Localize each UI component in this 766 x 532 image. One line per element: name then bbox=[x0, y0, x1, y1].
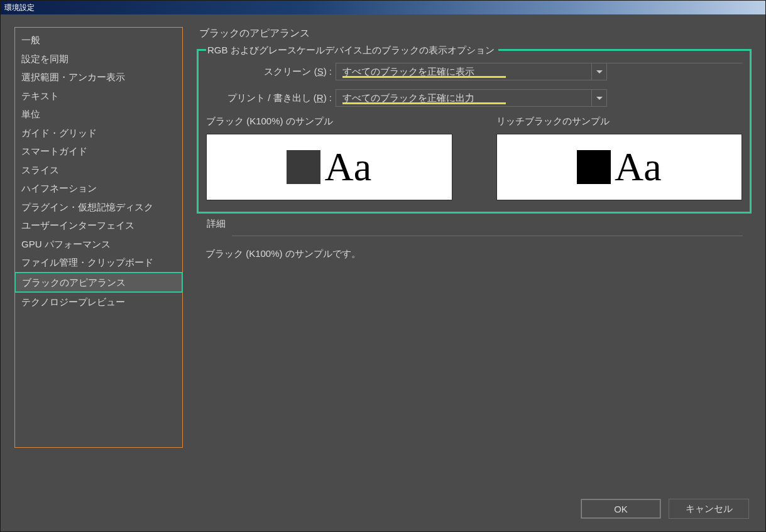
sidebar-item-tech-preview[interactable]: テクノロジープレビュー bbox=[15, 293, 182, 312]
sample-k100-label: ブラック (K100%) のサンプル bbox=[206, 116, 452, 128]
screen-dropdown-button[interactable] bbox=[591, 63, 606, 80]
details-text: ブラック (K100%) のサンプルです。 bbox=[205, 236, 743, 314]
swatch-rich bbox=[577, 150, 611, 184]
page-title: ブラックのアピアランス bbox=[197, 27, 752, 40]
sidebar-item-selection-anchor[interactable]: 選択範囲・アンカー表示 bbox=[15, 68, 182, 87]
sidebar-item-general[interactable]: 一般 bbox=[15, 31, 182, 50]
sidebar-item-ui[interactable]: ユーザーインターフェイス bbox=[15, 216, 182, 235]
: OK キャンセル bbox=[1, 481, 765, 531]
sidebar: 一般 設定を同期 選択範囲・アンカー表示 テキスト 単位 ガイド・グリッド スマ… bbox=[14, 27, 183, 448]
main-panel: ブラックのアピアランス RGB およびグレースケールデバイス上のブラックの表示オ… bbox=[197, 27, 752, 481]
sidebar-item-smart-guides[interactable]: スマートガイド bbox=[15, 142, 182, 161]
sidebar-item-guides-grid[interactable]: ガイド・グリッド bbox=[15, 124, 182, 143]
group-legend-details: 詳細 bbox=[205, 218, 229, 230]
screen-label: スクリーン (S) : bbox=[206, 66, 336, 78]
chevron-down-icon bbox=[596, 70, 603, 73]
sidebar-item-hyphenation[interactable]: ハイフネーション bbox=[15, 179, 182, 198]
sidebar-item-gpu[interactable]: GPU パフォーマンス bbox=[15, 235, 182, 254]
details-group: 詳細 ブラック (K100%) のサンプルです。 bbox=[197, 224, 752, 324]
group-legend-display: RGB およびグレースケールデバイス上のブラックの表示オプション bbox=[206, 45, 498, 57]
sample-k100-preview: Aa bbox=[206, 134, 452, 200]
sample-rich-label: リッチブラックのサンプル bbox=[496, 116, 743, 128]
sample-rich-col: リッチブラックのサンプル Aa bbox=[496, 116, 743, 200]
window-title: 環境設定 bbox=[4, 3, 35, 13]
sample-k100-col: ブラック (K100%) のサンプル Aa bbox=[206, 116, 452, 200]
swatch-k100 bbox=[287, 150, 320, 184]
sidebar-item-slices[interactable]: スライス bbox=[15, 161, 182, 180]
print-row: プリント / 書き出し (R) : すべてのブラックを正確に出力 bbox=[206, 89, 742, 107]
print-label: プリント / 書き出し (R) : bbox=[206, 92, 336, 104]
sidebar-item-file-clipboard[interactable]: ファイル管理・クリップボード bbox=[15, 253, 182, 272]
ok-button[interactable]: OK bbox=[581, 499, 661, 519]
sidebar-item-units[interactable]: 単位 bbox=[15, 105, 182, 124]
print-dropdown-button[interactable] bbox=[591, 90, 606, 106]
sample-rich-preview: Aa bbox=[496, 134, 743, 200]
sidebar-item-text[interactable]: テキスト bbox=[15, 87, 182, 106]
sample-aa-text: Aa bbox=[324, 147, 371, 187]
preferences-window: 環境設定 一般 設定を同期 選択範囲・アンカー表示 テキスト 単位 ガイド・グリ… bbox=[0, 0, 766, 532]
content-area: 一般 設定を同期 選択範囲・アンカー表示 テキスト 単位 ガイド・グリッド スマ… bbox=[1, 14, 765, 481]
chevron-down-icon bbox=[596, 97, 603, 100]
print-dropdown[interactable]: すべてのブラックを正確に出力 bbox=[336, 89, 607, 107]
sample-aa-text: Aa bbox=[615, 147, 662, 187]
sidebar-item-sync[interactable]: 設定を同期 bbox=[15, 50, 182, 68]
samples-row: ブラック (K100%) のサンプル Aa リッチブラックのサンプル Aa bbox=[206, 116, 742, 200]
screen-row: スクリーン (S) : すべてのブラックを正確に表示 bbox=[206, 63, 742, 80]
cancel-button[interactable]: キャンセル bbox=[669, 499, 749, 519]
sidebar-item-plugins-scratch[interactable]: プラグイン・仮想記憶ディスク bbox=[15, 198, 182, 217]
titlebar: 環境設定 bbox=[1, 1, 765, 14]
screen-dropdown[interactable]: すべてのブラックを正確に表示 bbox=[336, 63, 607, 80]
black-display-options-group: RGB およびグレースケールデバイス上のブラックの表示オプション スクリーン (… bbox=[197, 49, 752, 214]
sidebar-item-black-appearance[interactable]: ブラックのアピアランス bbox=[14, 272, 183, 293]
